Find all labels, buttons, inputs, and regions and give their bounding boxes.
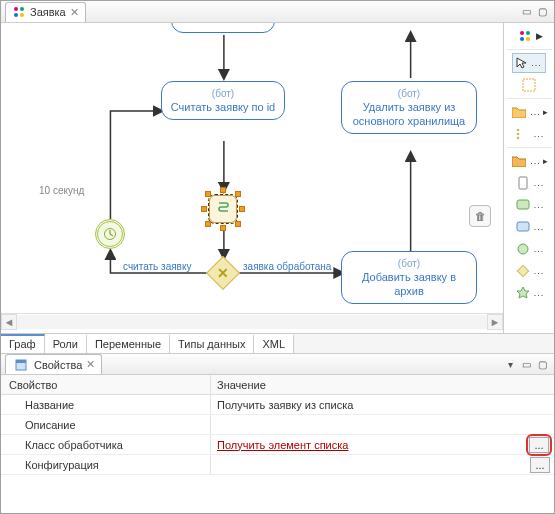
minimize-icon[interactable]: ▭: [518, 357, 534, 371]
resize-handle[interactable]: [205, 221, 211, 227]
chevron-right-icon[interactable]: ▶: [536, 31, 543, 41]
properties-tab-strip: Свойства ✕ ▾ ▭ ▢: [1, 353, 554, 375]
tab-types[interactable]: Типы данных: [170, 334, 254, 353]
message-green-icon[interactable]: [514, 196, 532, 214]
folder-green-icon[interactable]: [510, 103, 528, 121]
browse-button[interactable]: ...: [530, 457, 550, 473]
bpmn-timer-event[interactable]: [95, 219, 125, 249]
diagram-canvas[interactable]: (бот) Считать заявку по id (бот) Удалить…: [1, 23, 503, 313]
tab-roles[interactable]: Роли: [45, 334, 87, 353]
property-row-config[interactable]: Конфигурация ...: [1, 455, 554, 475]
svg-point-10: [516, 129, 519, 132]
edge-label: считать заявку: [123, 261, 191, 272]
phone-icon[interactable]: [514, 174, 532, 192]
svg-point-0: [14, 7, 18, 11]
property-row-desc[interactable]: Описание: [1, 415, 554, 435]
edge-label: заявка обработана: [243, 261, 331, 272]
property-value-text: Получить элемент списка: [217, 439, 348, 451]
chevron-right-icon[interactable]: ▸: [543, 156, 548, 166]
tab-graph[interactable]: Граф: [1, 334, 45, 353]
star-icon[interactable]: [514, 284, 532, 302]
bpmn-task-read[interactable]: (бот) Считать заявку по id: [161, 81, 285, 120]
bpmn-task-label: Удалить заявку из основного хранилища: [346, 101, 472, 129]
property-value[interactable]: Получить заявку из списка: [211, 395, 554, 414]
svg-rect-14: [517, 200, 529, 209]
resize-handle[interactable]: [235, 191, 241, 197]
svg-rect-20: [16, 360, 26, 363]
resize-handle[interactable]: [220, 225, 226, 231]
bpmn-task-top[interactable]: [171, 23, 275, 33]
minimize-icon[interactable]: ▭: [518, 5, 534, 19]
palette-icon[interactable]: [516, 27, 534, 45]
gateway-icon[interactable]: [514, 262, 532, 280]
svg-marker-18: [517, 287, 529, 298]
resize-handle[interactable]: [201, 206, 207, 212]
process-icon: [12, 5, 26, 19]
resize-handle[interactable]: [235, 221, 241, 227]
property-label: Конфигурация: [1, 455, 211, 474]
property-value[interactable]: ...: [211, 455, 554, 474]
bpmn-script-task[interactable]: [209, 195, 237, 223]
svg-point-6: [526, 31, 530, 35]
browse-button[interactable]: ...: [526, 434, 552, 456]
marquee-tool[interactable]: [520, 76, 538, 94]
properties-col-property[interactable]: Свойство: [1, 375, 211, 394]
property-label: Класс обработчика: [1, 435, 211, 454]
circle-green-icon[interactable]: [514, 240, 532, 258]
svg-point-8: [526, 37, 530, 41]
trash-icon[interactable]: 🗑: [469, 205, 491, 227]
scroll-right-icon[interactable]: ►: [487, 314, 503, 330]
tab-vars[interactable]: Переменные: [87, 334, 170, 353]
editor-tab-zayavka[interactable]: Заявка ✕: [5, 2, 86, 22]
select-tool[interactable]: ...: [512, 53, 546, 73]
property-row-class[interactable]: Класс обработчика Получить элемент списк…: [1, 435, 554, 455]
canvas-wrap: (бот) Считать заявку по id (бот) Удалить…: [1, 23, 504, 333]
properties-table: Свойство Значение Название Получить заяв…: [1, 375, 554, 475]
timer-label: 10 секунд: [39, 185, 84, 196]
svg-rect-17: [517, 265, 528, 276]
folder-orange-icon[interactable]: [510, 152, 528, 170]
svg-point-3: [20, 13, 24, 17]
resize-handle[interactable]: [205, 191, 211, 197]
editor-tab-strip: Заявка ✕ ▭ ▢: [1, 1, 554, 23]
bpmn-task-archive[interactable]: (бот) Добавить заявку в архив: [341, 251, 477, 304]
close-icon[interactable]: ✕: [86, 358, 95, 371]
bpmn-task-delete[interactable]: (бот) Удалить заявку из основного хранил…: [341, 81, 477, 134]
svg-point-11: [516, 133, 519, 136]
svg-rect-13: [519, 177, 527, 189]
palette: ▶ ... ...▸ ... ...▸ ... ... ... ... ... …: [504, 23, 554, 333]
property-row-name[interactable]: Название Получить заявку из списка: [1, 395, 554, 415]
bpmn-task-lane-label: (бот): [166, 88, 280, 99]
svg-point-5: [520, 31, 524, 35]
properties-tab[interactable]: Свойства ✕: [5, 354, 102, 374]
svg-rect-9: [523, 79, 535, 91]
bpmn-task-label: Добавить заявку в архив: [346, 271, 472, 299]
svg-point-12: [516, 137, 519, 140]
property-value[interactable]: [211, 415, 554, 434]
svg-point-16: [518, 244, 528, 254]
close-icon[interactable]: ✕: [70, 6, 79, 19]
maximize-icon[interactable]: ▢: [534, 5, 550, 19]
resize-handle[interactable]: [239, 206, 245, 212]
chevron-right-icon[interactable]: ▸: [543, 107, 548, 117]
properties-tab-label: Свойства: [34, 359, 82, 371]
bpmn-gateway[interactable]: ✕: [208, 258, 238, 288]
property-label: Название: [1, 395, 211, 414]
bpmn-task-label: Считать заявку по id: [166, 101, 280, 115]
maximize-icon[interactable]: ▢: [534, 357, 550, 371]
view-menu-icon[interactable]: ▾: [502, 357, 518, 371]
svg-point-2: [14, 13, 18, 17]
resize-handle[interactable]: [220, 187, 226, 193]
properties-icon: [12, 356, 30, 374]
svg-rect-15: [517, 222, 529, 231]
bullets-icon[interactable]: [514, 125, 532, 143]
property-value[interactable]: Получить элемент списка ...: [211, 435, 554, 454]
message-blue-icon[interactable]: [514, 218, 532, 236]
tab-xml[interactable]: XML: [254, 334, 294, 353]
scrollbar-horizontal[interactable]: ◄ ►: [1, 313, 503, 329]
property-label: Описание: [1, 415, 211, 434]
scroll-left-icon[interactable]: ◄: [1, 314, 17, 330]
editor-bottom-tabs: Граф Роли Переменные Типы данных XML: [1, 333, 554, 353]
svg-point-1: [20, 7, 24, 11]
properties-col-value[interactable]: Значение: [211, 375, 554, 394]
